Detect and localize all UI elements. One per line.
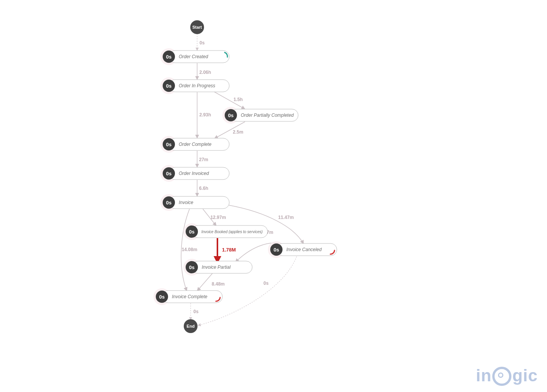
watermark-text-a: in bbox=[476, 366, 491, 385]
edge-label: 0s bbox=[199, 40, 205, 46]
edge-invoice-complete-to-end: 0s bbox=[191, 303, 199, 320]
node-label: Invoice Partial bbox=[202, 265, 231, 270]
node-badge: 0s bbox=[166, 142, 171, 147]
edge-partially-completed-to-order-complete: 2.5m bbox=[214, 122, 245, 139]
edge-label: 6.6h bbox=[199, 186, 208, 191]
edge-order-created-to-in-progress: 2.06h bbox=[197, 63, 211, 80]
node-badge: 0s bbox=[166, 200, 171, 206]
node-label: Order In Progress bbox=[179, 83, 215, 88]
edge-label: 0s bbox=[193, 309, 199, 314]
node-label: Order Invoiced bbox=[179, 171, 209, 176]
node-start[interactable]: Start bbox=[190, 20, 204, 34]
node-invoice-partial[interactable]: 0s Invoice Partial bbox=[183, 259, 252, 276]
node-label: Invoice Booked (applies to services) bbox=[201, 230, 263, 234]
edge-in-progress-to-order-complete: 2.93h bbox=[197, 92, 211, 138]
edge-start-to-order-created: 0s bbox=[197, 34, 205, 51]
node-badge: 0s bbox=[166, 54, 171, 60]
edge-label: 1.5h bbox=[233, 97, 243, 102]
watermark-logo: in gic bbox=[476, 366, 538, 385]
edge-label: 1.78M bbox=[222, 247, 236, 253]
node-label: Invoice Canceled bbox=[286, 247, 322, 252]
node-order-created[interactable]: 0s Order Created bbox=[160, 48, 229, 65]
node-invoice-booked[interactable]: 0s Invoice Booked (applies to services) bbox=[183, 223, 268, 240]
edge-in-progress-to-partially-completed: 1.5h bbox=[214, 92, 245, 109]
node-label: Order Partially Completed bbox=[241, 113, 294, 118]
edge-invoice-partial-to-invoice-complete: 8.48m bbox=[197, 273, 225, 291]
edge-label: 8.48m bbox=[212, 281, 225, 287]
edge-label: 0s bbox=[263, 281, 269, 286]
edge-label: 27m bbox=[199, 157, 208, 162]
node-start-label: Start bbox=[192, 25, 202, 29]
edge-invoice-booked-to-invoice-partial: 1.78M bbox=[217, 238, 236, 261]
edge-invoice-to-invoice-canceled: 11.47m bbox=[229, 205, 304, 244]
edge-label: 2.06h bbox=[199, 70, 211, 75]
node-invoice-complete[interactable]: 0s Invoice Complete bbox=[153, 288, 222, 305]
node-badge: 0s bbox=[228, 113, 233, 118]
edge-invoice-to-invoice-booked: 12.97m bbox=[203, 209, 226, 226]
edge-order-complete-to-order-invoiced: 27m bbox=[197, 151, 208, 167]
node-end-label: End bbox=[187, 324, 195, 328]
node-badge: 0s bbox=[189, 265, 194, 270]
watermark-text-b: gic bbox=[512, 366, 538, 385]
node-badge: 0s bbox=[159, 294, 165, 300]
node-label: Order Complete bbox=[179, 142, 212, 147]
node-badge: 0s bbox=[166, 171, 171, 176]
node-label: Invoice Complete bbox=[172, 294, 207, 299]
node-order-in-progress[interactable]: 0s Order In Progress bbox=[160, 77, 229, 94]
node-end[interactable]: End bbox=[184, 319, 198, 333]
edge-label: 11.47m bbox=[278, 215, 294, 220]
node-label: Invoice bbox=[179, 200, 193, 205]
node-invoice-canceled[interactable]: 0s Invoice Canceled bbox=[268, 241, 337, 258]
node-order-complete[interactable]: 0s Order Complete bbox=[160, 136, 229, 153]
svg-rect-17 bbox=[169, 196, 229, 209]
logo-ring-icon bbox=[492, 367, 511, 386]
node-order-partially-completed[interactable]: 0s Order Partially Completed bbox=[222, 107, 298, 124]
node-invoice[interactable]: 0s Invoice bbox=[160, 194, 229, 211]
edge-label: 2.93h bbox=[199, 112, 211, 118]
edge-label: 14.08m bbox=[182, 247, 198, 252]
edge-invoice-to-invoice-complete: 14.08m bbox=[181, 209, 197, 291]
node-badge: 0s bbox=[166, 83, 171, 89]
edge-label: 2.5m bbox=[233, 129, 243, 135]
node-label: Order Created bbox=[179, 54, 208, 59]
edge-label: 12.97m bbox=[211, 215, 226, 220]
edge-order-invoiced-to-invoice: 6.6h bbox=[197, 180, 208, 196]
node-badge: 0s bbox=[274, 247, 279, 253]
node-order-invoiced[interactable]: 0s Order Invoiced bbox=[160, 165, 229, 182]
node-badge: 0s bbox=[189, 229, 194, 235]
